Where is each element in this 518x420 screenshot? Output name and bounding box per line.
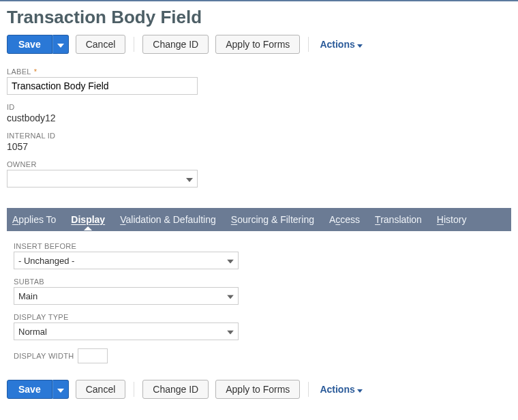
owner-label: OWNER [7, 160, 511, 168]
page-title: Transaction Body Field [7, 7, 511, 28]
save-dropdown-button-bottom[interactable] [52, 380, 69, 399]
tab-sourcing[interactable]: Sourcing & Filtering [231, 214, 314, 225]
field-insert-before: INSERT BEFORE - Unchanged - [14, 242, 511, 269]
subtab-label: SUBTAB [14, 278, 511, 286]
caret-down-icon [357, 39, 363, 50]
tab-applies-to[interactable]: Applies To [12, 214, 56, 225]
display-width-input[interactable] [78, 348, 108, 363]
actions-menu-bottom[interactable]: Actions [320, 384, 362, 395]
id-value: custbody12 [7, 112, 511, 123]
caret-down-icon [357, 384, 363, 395]
label-input[interactable] [7, 77, 198, 95]
internal-id-label: INTERNAL ID [7, 132, 511, 140]
actions-label: Actions [320, 39, 354, 50]
save-button-bottom[interactable]: Save [7, 380, 52, 399]
display-tab-content: INSERT BEFORE - Unchanged - SUBTAB Main … [7, 242, 511, 363]
label-label: LABEL [7, 68, 31, 76]
display-type-value: Normal [18, 327, 47, 337]
change-id-button-bottom[interactable]: Change ID [142, 380, 209, 399]
display-type-label: DISPLAY TYPE [14, 313, 511, 321]
save-button[interactable]: Save [7, 35, 52, 54]
cancel-button[interactable]: Cancel [76, 35, 126, 54]
actions-menu[interactable]: Actions [320, 39, 362, 50]
field-id: ID custbody12 [7, 103, 511, 123]
save-dropdown-button[interactable] [52, 35, 69, 54]
separator [134, 382, 134, 397]
toolbar-bottom: Save Cancel Change ID Apply to Forms Act… [7, 380, 511, 399]
insert-before-label: INSERT BEFORE [14, 242, 511, 250]
cancel-button-bottom[interactable]: Cancel [76, 380, 126, 399]
tab-translation[interactable]: Translation [375, 214, 422, 225]
actions-label-bottom: Actions [320, 384, 354, 395]
save-button-group-bottom: Save [7, 380, 69, 399]
caret-down-icon [57, 40, 64, 50]
display-type-select[interactable]: Normal [14, 322, 239, 340]
caret-down-icon [227, 327, 234, 337]
tab-validation[interactable]: Validation & Defaulting [120, 214, 216, 225]
separator [134, 37, 134, 52]
field-owner: OWNER [7, 160, 511, 188]
caret-down-icon [227, 291, 234, 301]
caret-down-icon [186, 173, 193, 184]
toolbar-top: Save Cancel Change ID Apply to Forms Act… [7, 35, 511, 54]
tab-display[interactable]: Display [71, 214, 105, 225]
tab-bar: Applies To Display Validation & Defaulti… [7, 208, 511, 231]
display-width-label: DISPLAY WIDTH [14, 352, 74, 360]
insert-before-select[interactable]: - Unchanged - [14, 252, 239, 269]
subtab-value: Main [18, 291, 37, 301]
tab-access[interactable]: Access [329, 214, 360, 225]
field-subtab: SUBTAB Main [14, 278, 511, 305]
save-button-group: Save [7, 35, 69, 54]
apply-to-forms-button-bottom[interactable]: Apply to Forms [215, 380, 300, 399]
required-star-icon: * [34, 68, 37, 76]
owner-select[interactable] [7, 170, 198, 188]
change-id-button[interactable]: Change ID [142, 35, 209, 54]
subtab-select[interactable]: Main [14, 287, 239, 305]
caret-down-icon [227, 256, 234, 266]
tab-history[interactable]: History [437, 214, 467, 225]
id-label: ID [7, 103, 511, 111]
field-internal-id: INTERNAL ID 1057 [7, 132, 511, 152]
internal-id-value: 1057 [7, 141, 511, 152]
field-label: LABEL * [7, 68, 511, 95]
separator [308, 382, 309, 397]
apply-to-forms-button[interactable]: Apply to Forms [215, 35, 300, 54]
insert-before-value: - Unchanged - [18, 256, 74, 266]
caret-down-icon [57, 385, 64, 395]
field-display-width: DISPLAY WIDTH [14, 348, 511, 363]
field-display-type: DISPLAY TYPE Normal [14, 313, 511, 340]
separator [308, 37, 309, 52]
